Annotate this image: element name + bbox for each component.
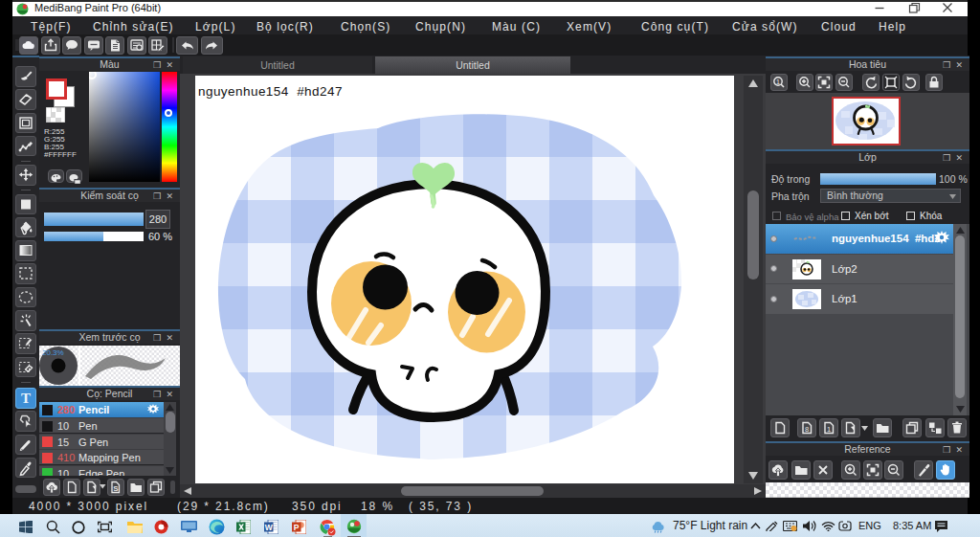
svg-text:T: T bbox=[20, 391, 30, 406]
svg-text:S: S bbox=[113, 484, 119, 493]
svg-text:8: 8 bbox=[805, 425, 809, 434]
svg-text:20.3%: 20.3% bbox=[42, 348, 64, 357]
svg-text:1: 1 bbox=[827, 425, 831, 434]
svg-text:W: W bbox=[265, 523, 274, 532]
svg-text:P: P bbox=[294, 523, 300, 532]
svg-text:1: 1 bbox=[776, 78, 780, 85]
